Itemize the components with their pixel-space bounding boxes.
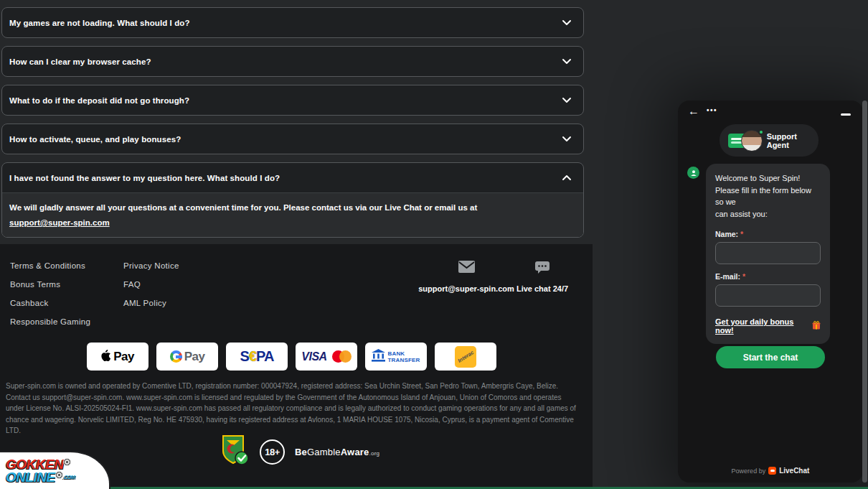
faq-item: My games are not loading. What should I … [1, 7, 584, 38]
livechat-widget: ← ••• Support Agent Welcome to Super Spi… [678, 101, 863, 483]
watermark-line2: ONLINE.COM [6, 471, 109, 484]
livechat-brand-label[interactable]: LiveChat [779, 467, 809, 475]
site-footer: Terms & Conditions Bonus Terms Cashback … [0, 244, 593, 489]
interac-logo: Interac [435, 343, 496, 371]
footer-link-privacy[interactable]: Privacy Notice [123, 261, 179, 270]
license-shield-icon [221, 434, 250, 470]
faq-item: What to do if the deposit did not go thr… [1, 85, 584, 116]
bank-transfer-logo: BANKTRANSFER [365, 343, 427, 371]
apple-pay-label: Pay [113, 350, 134, 364]
apple-icon [101, 350, 111, 364]
apple-pay-logo: Pay [87, 343, 148, 371]
faq-question-text: I have not found the answer to my questi… [9, 174, 280, 182]
chevron-down-icon [562, 58, 572, 65]
email-field-label: E-mail: * [715, 272, 821, 281]
mastercard-icon [332, 350, 352, 363]
daily-bonus-text: Get your daily bonus now! [715, 317, 809, 335]
required-asterisk: * [740, 230, 743, 238]
sepa-pa: PA [256, 348, 273, 364]
bank-icon [372, 349, 385, 365]
begambleaware-logo: BeGambleAware.org [295, 447, 379, 457]
footer-link-aml[interactable]: AML Policy [123, 299, 166, 307]
sepa-euro-icon: € [249, 348, 256, 364]
start-chat-button[interactable]: Start the chat [716, 346, 825, 368]
faq-question-toggle[interactable]: How to activate, queue, and play bonuses… [2, 124, 583, 154]
faq-question-toggle[interactable]: What to do if the deposit did not go thr… [2, 85, 583, 115]
faq-question-text: What to do if the deposit did not go thr… [9, 96, 189, 105]
footer-link-faq[interactable]: FAQ [123, 280, 141, 289]
faq-answer: We will gladly answer all your questions… [2, 192, 583, 237]
livechat-logo-icon [768, 467, 776, 475]
footer-livechat-link[interactable]: Live chat 24/7 [506, 284, 578, 293]
minimize-icon[interactable] [841, 113, 851, 116]
faq-question-toggle[interactable]: My games are not loading. What should I … [2, 8, 583, 37]
faq-question-toggle[interactable]: How can I clear my browser cache? [2, 47, 583, 76]
support-email-link[interactable]: support@super-spin.com [9, 218, 110, 227]
prechat-form-bubble: Welcome to Super Spin! Please fill in th… [706, 164, 830, 344]
google-pay-logo: Pay [156, 343, 218, 371]
envelope-icon [458, 260, 476, 276]
faq-item: How to activate, queue, and play bonuses… [1, 124, 584, 154]
footer-link-responsible-gaming[interactable]: Responsible Gaming [10, 317, 90, 326]
footer-link-terms[interactable]: Terms & Conditions [10, 261, 85, 270]
faq-item: How can I clear my browser cache? [1, 46, 584, 77]
agent-message-avatar [687, 167, 699, 179]
faq-answer-text: We will gladly answer all your questions… [9, 200, 573, 215]
sepa-s: S [240, 348, 249, 364]
google-pay-label: Pay [184, 350, 205, 364]
chevron-down-icon [562, 19, 572, 26]
footer-link-bonus-terms[interactable]: Bonus Terms [10, 280, 60, 289]
faq-section: My games are not loading. What should I … [1, 7, 584, 246]
age-18-plus-icon: 18+ [260, 439, 285, 465]
menu-dots-icon[interactable]: ••• [707, 106, 717, 114]
gokkenonline-watermark-logo: GOKKEN ONLINE.COM [0, 451, 110, 489]
faq-item-expanded: I have not found the answer to my questi… [1, 162, 584, 238]
back-arrow-icon[interactable]: ← [688, 105, 699, 118]
powered-by-row: Powered by LiveChat [678, 467, 863, 475]
daily-bonus-link[interactable]: Get your daily bonus now! [715, 317, 821, 335]
welcome-message-line: Welcome to Super Spin! [715, 172, 821, 185]
chevron-down-icon [562, 136, 572, 142]
dartboard-icon [63, 458, 71, 466]
legal-text: Super-spin.com is owned and operated by … [6, 381, 580, 437]
sepa-logo: S€PA [226, 343, 288, 371]
gift-icon [812, 321, 821, 331]
interac-icon: Interac [455, 346, 476, 368]
chevron-up-icon [562, 174, 572, 181]
name-input[interactable] [715, 242, 821, 264]
visa-mastercard-logo: VISA [296, 343, 357, 371]
powered-by-label: Powered by [732, 467, 766, 475]
chat-bubble-icon [534, 261, 550, 277]
faq-question-text: How can I clear my browser cache? [9, 57, 151, 66]
welcome-message-line: can assist you: [715, 208, 821, 220]
agent-name-label: Support Agent [767, 132, 819, 149]
google-g-icon [170, 350, 182, 363]
name-field-label: Name: * [715, 230, 821, 238]
faq-question-toggle[interactable]: I have not found the answer to my questi… [2, 163, 583, 192]
faq-question-text: My games are not loading. What should I … [9, 19, 190, 27]
email-input[interactable] [715, 284, 821, 307]
dartboard-icon [55, 471, 63, 479]
agent-header: Support Agent [720, 124, 819, 157]
faq-question-text: How to activate, queue, and play bonuses… [9, 135, 181, 144]
online-status-dot [758, 129, 764, 135]
visa-label: VISA [301, 350, 326, 363]
footer-link-cashback[interactable]: Cashback [10, 299, 49, 307]
scrollbar[interactable] [862, 101, 867, 483]
certification-logos: 18+ BeGambleAware.org [221, 434, 379, 470]
agent-avatars [728, 129, 761, 152]
chevron-down-icon [562, 97, 572, 103]
welcome-message-line: Please fill in the form below so we [715, 185, 821, 208]
bank-transfer-line1: BANK [387, 350, 420, 357]
bank-transfer-line2: TRANSFER [387, 357, 420, 363]
payment-methods: Pay Pay S€PA VISA BANKTRANSFER Interac [87, 343, 496, 371]
watermark-tld: .COM [63, 475, 75, 480]
required-asterisk: * [742, 272, 745, 281]
